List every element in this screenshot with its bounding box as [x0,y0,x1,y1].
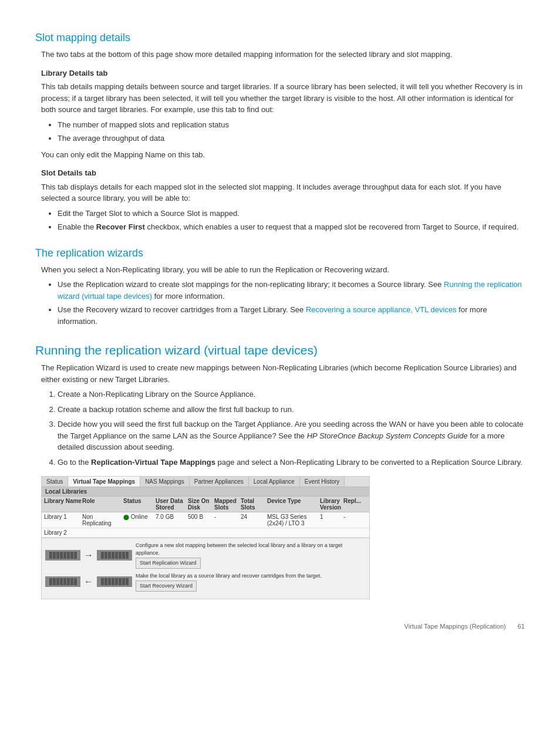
col-header-repl: Repl... [343,498,361,511]
library1-status-text: Online [131,514,148,520]
arrow-right-icon: → [84,550,93,561]
col-header-user: User Data Stored [156,498,188,511]
library1-name: Library 1 [44,514,82,526]
step-4: Go to the Replication-Virtual Tape Mappi… [58,457,525,468]
replication-wizards-bullets: Use the Replication wizard to create slo… [58,279,525,327]
library1-user-data: 7.0 GB [156,514,188,526]
library-details-tab-heading: Library Details tab [41,67,525,79]
footer-chapter: Virtual Tape Mappings (Replication) [404,623,506,630]
library-details-footer: You can only edit the Mapping Name on th… [41,149,525,161]
screenshot-container: Status Virtual Tape Mappings NAS Mapping… [41,476,370,599]
running-wizard-steps: Create a Non-Replicating Library on the … [58,389,525,468]
col-header-name: Library Name [44,498,82,511]
library-details-bullets: The number of mapped slots and replicati… [58,119,525,144]
library1-status: ⬤ Online [123,514,156,526]
library1-role: Non Replicating [82,514,123,526]
col-header-mapped: Mapped Slots [214,498,241,511]
target-tape-icon [97,550,132,561]
start-replication-wizard-button[interactable]: Start Replication Wizard [136,558,201,569]
running-wizard-heading: Running the replication wizard (virtual … [35,343,525,357]
footer-page: 61 [518,623,525,630]
source-tape-icon [45,550,80,561]
library1-repl: - [343,514,361,526]
library1-total: 24 [241,514,267,526]
status-online-icon: ⬤ [123,514,129,520]
tab-event[interactable]: Event History [300,477,345,487]
table-row-library2-label[interactable]: Library 2 [42,528,369,538]
slot-details-bullets: Edit the Target Slot to which a Source S… [58,208,525,233]
slot-mapping-heading: Slot mapping details [35,32,525,44]
replication-bullet-1: Use the Replication wizard to create slo… [58,279,525,302]
source-tape2-icon [45,576,80,587]
library2-name: Library 2 [44,529,82,536]
replication-wizard-description: Configure a new slot mapping between the… [136,542,366,556]
recovery-wizard-row: ← Make the local library as a source lib… [45,572,366,592]
arrow-left-icon: ← [84,576,93,587]
slot-bullet-2: Enable the Recover First checkbox, which… [58,221,525,233]
col-header-device: Device Type [267,498,320,511]
library1-mapped: - [214,514,241,526]
tab-status[interactable]: Status [42,477,68,487]
col-header-size: Size On Disk [188,498,214,511]
start-recovery-wizard-button[interactable]: Start Recovery Wizard [136,580,197,592]
vtl-mappings-bold: Replication-Virtual Tape Mappings [91,458,215,467]
library-bullet-1: The number of mapped slots and replicati… [58,119,525,131]
step-1: Create a Non-Replicating Library on the … [58,389,525,400]
tab-bar: Status Virtual Tape Mappings NAS Mapping… [42,477,369,487]
slot-details-description: This tab displays details for each mappe… [41,181,525,204]
local-libraries-bar: Local Libraries [42,487,369,497]
recovery-wizard-description: Make the local library as a source libra… [136,572,366,580]
tab-vtl[interactable]: Virtual Tape Mappings [68,477,140,487]
slot-bullet-1: Edit the Target Slot to which a Source S… [58,208,525,220]
recovery-wizard-info: Make the local library as a source libra… [136,572,366,592]
col-header-status: Status [123,498,156,511]
recovery-appliance-link[interactable]: Recovering a source appliance, VTL devic… [306,305,457,314]
library1-version: 1 [320,514,343,526]
col-header-role: Role [82,498,123,511]
slot-details-tab-heading: Slot Details tab [41,167,525,179]
replication-wizard-row: → Configure a new slot mapping between t… [45,542,366,569]
replication-wizards-heading: The replication wizards [35,247,525,259]
recover-first-bold: Recover First [96,222,145,231]
replication-wizards-intro: When you select a Non-Replicating librar… [41,264,525,276]
concepts-guide-italic: HP StoreOnce Backup System Concepts Guid… [307,431,468,440]
col-header-total: Total Slots [241,498,267,511]
library-bullet-2: The average throughput of data [58,133,525,144]
tab-local[interactable]: Local Appliance [249,477,300,487]
tab-partner[interactable]: Partner Appliances [190,477,249,487]
target-tape2-icon [97,576,132,587]
slot-mapping-intro: The two tabs at the bottom of this page … [41,49,525,60]
library-details-description: This tab details mapping details between… [41,81,525,116]
tab-nas[interactable]: NAS Mappings [140,477,190,487]
running-wizard-intro: The Replication Wizard is used to create… [41,362,525,385]
table-header-row: Library Name Role Status User Data Store… [42,497,369,512]
replication-wizard-info: Configure a new slot mapping between the… [136,542,366,569]
replication-bullet-2: Use the Recovery wizard to recover cartr… [58,304,525,327]
step-3: Decide how you will seed the first full … [58,418,525,453]
library2-section: → Configure a new slot mapping between t… [42,538,369,599]
table-row-library1[interactable]: Library 1 Non Replicating ⬤ Online 7.0 G… [42,512,369,528]
col-header-libver: Library Version [320,498,343,511]
step-2: Create a backup rotation scheme and allo… [58,404,525,416]
library1-size: 500 B [188,514,214,526]
library1-device: MSL G3 Series (2x24) / LTO 3 [267,514,320,526]
